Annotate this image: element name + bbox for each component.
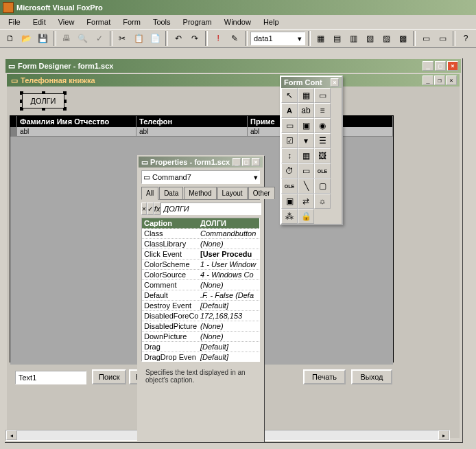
- property-row[interactable]: DisabledPicture(None): [142, 321, 259, 332]
- menu-format[interactable]: Format: [81, 16, 116, 27]
- new-button[interactable]: 🗋: [3, 31, 18, 46]
- child-close-button[interactable]: ×: [446, 76, 457, 85]
- textbox-tool[interactable]: ab: [298, 103, 314, 118]
- help-button[interactable]: ?: [458, 31, 473, 46]
- menu-file[interactable]: File: [3, 16, 26, 27]
- ole-tool[interactable]: OLE: [314, 163, 331, 179]
- editbox-tool[interactable]: ≡: [314, 103, 331, 118]
- redo-button[interactable]: ↷: [187, 31, 202, 46]
- minimize-button[interactable]: _: [423, 61, 433, 71]
- run-button[interactable]: !: [211, 31, 226, 46]
- child-min-button[interactable]: _: [423, 76, 433, 85]
- prop-min-button[interactable]: _: [233, 158, 241, 166]
- property-row[interactable]: ColorSource4 - Windows Co: [142, 270, 259, 280]
- property-row[interactable]: DownPicture(None): [142, 332, 259, 342]
- preview-button[interactable]: 🔍: [75, 31, 91, 46]
- print-button[interactable]: 🖶: [59, 31, 74, 46]
- shape-tool[interactable]: ▢: [314, 179, 331, 194]
- autoform-button[interactable]: ▤: [330, 31, 345, 46]
- misc-tool[interactable]: ▭: [314, 88, 331, 103]
- image-tool[interactable]: 🖼: [314, 148, 331, 163]
- tab-all[interactable]: All: [141, 187, 158, 200]
- property-row[interactable]: DisabledForeCo172,168,153: [142, 311, 259, 321]
- optiongroup-tool[interactable]: ◉: [314, 118, 331, 133]
- window1-button[interactable]: ▭: [418, 31, 433, 46]
- col-fio[interactable]: Фамилия Имя Отчество: [17, 116, 136, 127]
- undo-button[interactable]: ↶: [171, 31, 186, 46]
- property-row[interactable]: Destroy Event[Default]: [142, 301, 259, 311]
- line-tool[interactable]: ╲: [298, 179, 314, 194]
- hyperlink-tool[interactable]: ☼: [314, 194, 331, 209]
- cancel-edit-button[interactable]: ×: [141, 203, 147, 215]
- wizard-button[interactable]: ▧: [362, 31, 377, 46]
- menu-tools[interactable]: Tools: [147, 16, 176, 27]
- separator-tool[interactable]: ⇄: [298, 194, 314, 209]
- property-row[interactable]: Comment(None): [142, 280, 259, 290]
- property-row[interactable]: Click Event[User Procedu: [142, 249, 259, 260]
- object-selector[interactable]: ▭Command7 ▾: [141, 170, 260, 184]
- container-tool[interactable]: ▣: [281, 194, 298, 209]
- scroll-right-button[interactable]: ▸: [438, 430, 449, 440]
- window2-button[interactable]: ▭: [435, 31, 450, 46]
- spinner-tool[interactable]: ↕: [281, 148, 298, 163]
- commandgroup-tool[interactable]: ▣: [298, 118, 314, 133]
- tab-other[interactable]: Other: [248, 187, 275, 199]
- fx-button[interactable]: fx: [154, 203, 161, 215]
- property-row[interactable]: ColorScheme1 - User Window: [142, 260, 259, 270]
- builder-lock-tool[interactable]: ⁂: [281, 209, 298, 224]
- select-tool[interactable]: ↖: [281, 88, 298, 103]
- autoreport-button[interactable]: ▥: [346, 31, 361, 46]
- grid-tool[interactable]: ▦: [298, 148, 314, 163]
- oleboundcontrol-tool[interactable]: OLE: [281, 179, 298, 194]
- dolgi-button[interactable]: ДОЛГИ: [22, 93, 64, 108]
- menu-help[interactable]: Help: [258, 16, 285, 27]
- tab-data[interactable]: Data: [159, 187, 183, 199]
- menu-program[interactable]: Program: [178, 16, 217, 27]
- checkbox-tool[interactable]: ☑: [281, 133, 298, 148]
- cut-button[interactable]: ✂: [115, 31, 130, 46]
- save-button[interactable]: 💾: [36, 31, 51, 46]
- property-row[interactable]: DragDrop Even[Default]: [142, 352, 259, 362]
- tab-layout[interactable]: Layout: [217, 187, 248, 199]
- form-designer-titlebar[interactable]: ▭ Form Designer - form1.scx _ □ ×: [5, 59, 461, 73]
- button-lock-tool[interactable]: 🔒: [298, 209, 314, 224]
- print-button[interactable]: Печать: [303, 369, 346, 384]
- listbox-tool[interactable]: ☰: [314, 133, 331, 148]
- open-button[interactable]: 📂: [19, 31, 34, 46]
- copy-button[interactable]: 📋: [131, 31, 146, 46]
- label-tool[interactable]: A: [281, 103, 298, 118]
- property-row[interactable]: Drag[Default]: [142, 342, 259, 352]
- menu-form[interactable]: Form: [117, 16, 146, 27]
- property-row[interactable]: ClassLibrary(None): [142, 239, 259, 249]
- menu-window[interactable]: Window: [219, 16, 257, 27]
- paste-button[interactable]: 📄: [147, 31, 163, 46]
- menu-view[interactable]: View: [53, 16, 80, 27]
- combobox-tool[interactable]: ▾: [298, 133, 314, 148]
- palette-titlebar[interactable]: Form Cont ×: [281, 77, 342, 88]
- property-row[interactable]: Default.F. - False (Defa: [142, 290, 259, 301]
- property-row[interactable]: ClassCommandbutton: [142, 229, 259, 239]
- view-classes-tool[interactable]: ▦: [298, 88, 314, 103]
- maximize-button[interactable]: □: [435, 61, 446, 71]
- close-button[interactable]: ×: [447, 61, 458, 71]
- child-restore-button[interactable]: ❐: [434, 76, 445, 85]
- tab-methods[interactable]: Method: [184, 187, 216, 199]
- exit-button[interactable]: Выход: [351, 369, 392, 384]
- property-list[interactable]: CaptionДОЛГИClassCommandbuttonClassLibra…: [141, 218, 260, 362]
- scroll-left-button[interactable]: ◂: [6, 430, 17, 440]
- builder-button[interactable]: ▨: [379, 31, 394, 46]
- modify-button[interactable]: ✎: [227, 31, 242, 46]
- tools-button[interactable]: ▩: [395, 31, 410, 46]
- accept-edit-button[interactable]: ✓: [147, 203, 154, 215]
- form-controls-palette[interactable]: Form Cont × ↖▦▭ Aab≡ ▭▣◉ ☑▾☰ ↕▦🖼 ⏱▭OLE O…: [280, 76, 343, 225]
- col-tel[interactable]: Телефон: [136, 116, 248, 127]
- property-row[interactable]: CaptionДОЛГИ: [142, 218, 259, 229]
- commandbutton-tool[interactable]: ▭: [281, 118, 298, 133]
- palette-close-button[interactable]: ×: [331, 78, 339, 87]
- pageframe-tool[interactable]: ▭: [298, 163, 314, 179]
- timer-tool[interactable]: ⏱: [281, 163, 298, 179]
- search-button[interactable]: Поиск: [92, 369, 126, 384]
- form-button[interactable]: ▦: [313, 31, 329, 46]
- menu-edit[interactable]: Edit: [27, 16, 51, 27]
- prop-max-button[interactable]: □: [242, 158, 250, 166]
